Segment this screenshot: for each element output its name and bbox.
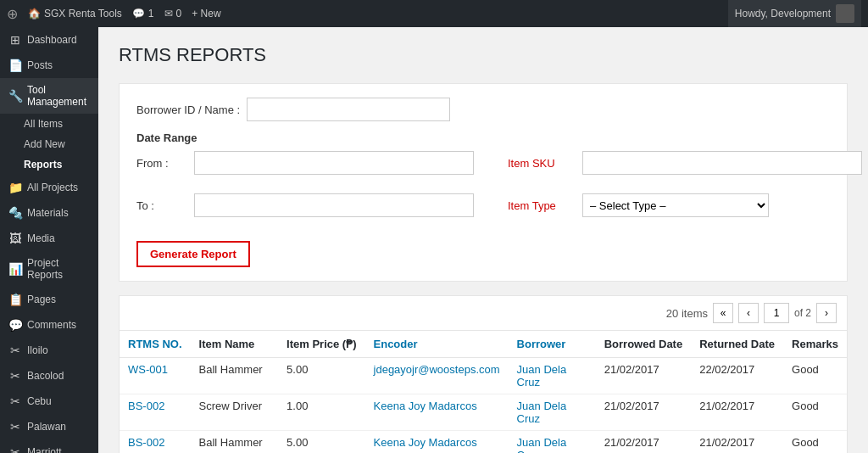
- projects-icon: 📁: [8, 181, 22, 194]
- type-label: Item Type: [508, 199, 576, 212]
- sku-label: Item SKU: [508, 157, 576, 170]
- new-button[interactable]: + New: [192, 8, 220, 20]
- report-form: Borrower ID / Name : Date Range From : T…: [119, 83, 848, 282]
- from-label: From :: [136, 157, 187, 170]
- project-reports-icon: 📊: [8, 262, 22, 276]
- sidebar-item-comments[interactable]: 💬 Comments: [0, 312, 98, 338]
- col-remarks: Remarks: [783, 331, 847, 358]
- sidebar-sub-all-items[interactable]: All Items: [0, 114, 98, 134]
- col-borrowed-date: Borrowed Date: [596, 331, 691, 358]
- generate-report-button[interactable]: Generate Report: [136, 241, 250, 267]
- site-name[interactable]: 🏠 SGX Renta Tools: [28, 8, 122, 20]
- page-number-input[interactable]: [764, 303, 789, 323]
- type-select[interactable]: – Select Type –: [582, 193, 769, 217]
- palawan-icon: ✂: [8, 420, 22, 433]
- col-rtms-no: RTMS NO.: [120, 331, 191, 358]
- messages-count[interactable]: ✉ 0: [164, 8, 182, 20]
- col-borrower: Borrower: [509, 331, 596, 358]
- sidebar-item-bacolod[interactable]: ✂ Bacolod: [0, 363, 98, 389]
- avatar: [836, 4, 854, 23]
- sidebar-item-iloilo[interactable]: ✂ Iloilo: [0, 338, 98, 363]
- dashboard-icon: ⊞: [8, 33, 22, 47]
- materials-icon: 🔩: [8, 206, 22, 220]
- pages-icon: 📋: [8, 293, 22, 306]
- sidebar-item-media[interactable]: 🖼 Media: [0, 226, 98, 251]
- bacolod-icon: ✂: [8, 369, 22, 383]
- next-page-button[interactable]: ›: [816, 303, 837, 323]
- type-row: Item Type – Select Type –: [508, 193, 862, 217]
- sidebar-item-project-reports[interactable]: 📊 Project Reports: [0, 251, 98, 287]
- total-pages: of 2: [794, 307, 811, 319]
- sidebar-item-marriott[interactable]: ✂ Marriott: [0, 439, 98, 453]
- admin-bar: ⊕ 🏠 SGX Renta Tools 💬 1 ✉ 0 + New Howdy,…: [0, 0, 868, 27]
- report-table-section: 20 items « ‹ of 2 › RTMS NO. Item Name I…: [119, 295, 848, 453]
- report-table: RTMS NO. Item Name Item Price (₱) Encode…: [120, 331, 847, 453]
- sku-row: Item SKU: [508, 151, 862, 175]
- table-row: BS-002Ball Hammer5.00Keena Joy MadarcosJ…: [120, 431, 847, 454]
- sidebar-sub-add-new[interactable]: Add New: [0, 134, 98, 154]
- sku-input[interactable]: [582, 151, 862, 175]
- sidebar-item-posts[interactable]: 📄 Posts: [0, 53, 98, 78]
- items-count: 20 items: [666, 307, 708, 320]
- media-icon: 🖼: [8, 232, 22, 245]
- table-row: WS-001Ball Hammer5.00jdegayojr@woosteps.…: [120, 358, 847, 394]
- main-content: RTMS REPORTS Borrower ID / Name : Date R…: [98, 27, 868, 453]
- wp-logo[interactable]: ⊕: [7, 6, 18, 22]
- marriott-icon: ✂: [8, 445, 22, 453]
- col-item-name: Item Name: [191, 331, 279, 358]
- sidebar: ⊞ Dashboard 📄 Posts 🔧 Tool Management Al…: [0, 27, 98, 453]
- col-returned-date: Returned Date: [691, 331, 783, 358]
- page-title: RTMS REPORTS: [119, 44, 848, 66]
- howdy-menu[interactable]: Howdy, Development: [728, 0, 861, 27]
- borrower-row: Borrower ID / Name :: [136, 98, 830, 121]
- to-date-input[interactable]: [194, 193, 474, 217]
- prev-page-button[interactable]: ‹: [738, 303, 759, 323]
- borrower-input[interactable]: [247, 98, 450, 121]
- comments-count[interactable]: 💬 1: [132, 8, 154, 20]
- first-page-button[interactable]: «: [713, 303, 733, 323]
- to-row: To :: [136, 193, 474, 217]
- cebu-icon: ✂: [8, 394, 22, 408]
- comments-icon: 💬: [8, 318, 22, 332]
- sidebar-item-dashboard[interactable]: ⊞ Dashboard: [0, 27, 98, 53]
- col-price: Item Price (₱): [278, 331, 364, 358]
- date-range-label: Date Range: [136, 131, 830, 144]
- table-toolbar: 20 items « ‹ of 2 ›: [120, 296, 847, 331]
- iloilo-icon: ✂: [8, 344, 22, 357]
- to-label: To :: [136, 199, 187, 212]
- sidebar-item-materials[interactable]: 🔩 Materials: [0, 200, 98, 226]
- sidebar-item-pages[interactable]: 📋 Pages: [0, 287, 98, 312]
- sidebar-item-all-projects[interactable]: 📁 All Projects: [0, 175, 98, 200]
- tool-icon: 🔧: [8, 89, 22, 103]
- borrower-label: Borrower ID / Name :: [136, 103, 240, 116]
- posts-icon: 📄: [8, 59, 22, 72]
- sidebar-item-cebu[interactable]: ✂ Cebu: [0, 389, 98, 414]
- col-encoder: Encoder: [365, 331, 509, 358]
- table-row: BS-002Screw Driver1.00Keena Joy Madarcos…: [120, 394, 847, 431]
- from-row: From :: [136, 151, 474, 175]
- sidebar-item-tool-management[interactable]: 🔧 Tool Management: [0, 78, 98, 114]
- sidebar-item-palawan[interactable]: ✂ Palawan: [0, 414, 98, 439]
- from-date-input[interactable]: [194, 151, 474, 175]
- sidebar-sub-reports[interactable]: Reports: [0, 154, 98, 175]
